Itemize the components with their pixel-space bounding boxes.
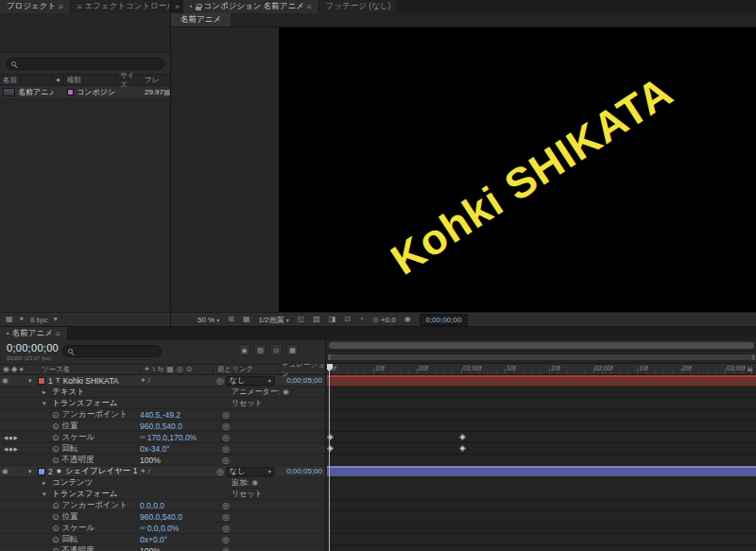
- tab-project[interactable]: プロジェクト ≡: [0, 0, 71, 13]
- current-time-field[interactable]: 0;00;00;00: [420, 314, 469, 326]
- pickwhip-icon[interactable]: ◎: [222, 535, 230, 544]
- pickwhip-icon[interactable]: ◎: [222, 433, 230, 442]
- property-value[interactable]: 960.0,540.0: [140, 422, 213, 431]
- eye-icon[interactable]: ◉: [2, 468, 9, 475]
- stopwatch-icon[interactable]: ⊙: [52, 512, 60, 522]
- pickwhip-icon[interactable]: ◎: [222, 524, 230, 533]
- shy-layers-icon[interactable]: ⊙: [270, 344, 283, 356]
- pickwhip-icon[interactable]: ◎: [222, 456, 230, 465]
- layer-name[interactable]: Kohki SHIKATA: [63, 376, 119, 386]
- pickwhip-icon[interactable]: ◎: [222, 546, 230, 551]
- reset-button[interactable]: リセット: [232, 398, 263, 408]
- camera-icon[interactable]: ◉: [404, 316, 411, 323]
- prev-keyframe-icon[interactable]: ◀: [4, 435, 8, 440]
- property-row[interactable]: ◀◆▶ ⊙回転 0x-34.0° ◎: [0, 443, 325, 455]
- time-navigator-bar[interactable]: [329, 342, 754, 349]
- layer-row[interactable]: ◉ ▾ 2 ★ シェイプレイヤー 1 ✦/ ◎ なし▾ 0;00;05;00: [0, 466, 325, 477]
- stopwatch-icon[interactable]: ⊙: [52, 422, 60, 431]
- keyframe-toggle-icon[interactable]: ◆: [9, 435, 12, 440]
- stopwatch-icon[interactable]: ⊙: [52, 524, 60, 533]
- exposure-control[interactable]: ⊙ +0.0: [372, 316, 396, 324]
- stopwatch-icon[interactable]: ⊙: [52, 535, 60, 544]
- stopwatch-icon[interactable]: ⊙: [52, 501, 60, 510]
- stopwatch-icon[interactable]: ⊙: [52, 410, 60, 420]
- twirl-icon[interactable]: ▾: [43, 491, 49, 498]
- composition-mini-flowchart-icon[interactable]: ◉: [238, 344, 250, 356]
- work-area-bar[interactable]: [328, 354, 755, 360]
- layer-duration-bar[interactable]: [327, 375, 756, 387]
- zoom-select[interactable]: 50 %▾: [198, 316, 219, 324]
- transparency-grid-icon[interactable]: ▧: [313, 316, 320, 323]
- tab-timeline-comp[interactable]: ▪ 名前アニメ ≡: [0, 327, 68, 340]
- tab-effect-controls[interactable]: ≡ エフェクトコントロール: [71, 0, 170, 13]
- flowchart-icon[interactable]: ▦: [6, 316, 13, 323]
- quality-icon[interactable]: /: [148, 468, 150, 475]
- layer-name[interactable]: シェイプレイヤー 1: [65, 466, 137, 477]
- property-row[interactable]: ⊙アンカーポイント 0.0,0.0 ◎: [0, 500, 325, 511]
- project-item-row[interactable]: 名前アニメ コンポジション 29.97 ▦: [0, 86, 170, 99]
- eye-icon[interactable]: ◉: [2, 377, 9, 385]
- layer-duration[interactable]: 0;00;05;00: [286, 467, 325, 475]
- stopwatch-icon[interactable]: ⊙: [52, 444, 60, 454]
- project-search-input[interactable]: [6, 58, 164, 70]
- safe-areas-icon[interactable]: ⊞: [228, 316, 234, 323]
- panel-menu-icon[interactable]: ≡: [59, 3, 63, 11]
- bit-depth-label[interactable]: 8 bpc: [30, 316, 47, 324]
- add-menu-icon[interactable]: ◉: [251, 479, 258, 487]
- twirl-icon[interactable]: ▸: [43, 479, 49, 487]
- link-icon[interactable]: ∞: [140, 434, 146, 441]
- property-row[interactable]: ⊙不透明度 100% ◎: [0, 455, 325, 466]
- prev-keyframe-icon[interactable]: ◀: [4, 446, 8, 452]
- property-value[interactable]: 0x+0.0°: [140, 535, 213, 544]
- time-ruler[interactable]: 0f 10f 20f 01:00f 10f 20f 02:00f 10f 20f…: [327, 364, 756, 375]
- duration-header[interactable]: デュレーション: [278, 365, 325, 374]
- parent-dropdown[interactable]: なし▾: [226, 467, 275, 476]
- current-time-indicator[interactable]: [329, 364, 330, 551]
- property-row[interactable]: ⊙位置 960.0,540.0 ◎: [0, 511, 325, 523]
- property-row[interactable]: ⊙スケール ∞0.0,0.0% ◎: [0, 523, 325, 534]
- canvas-text-layer[interactable]: Kohki SHIKATA: [382, 66, 681, 284]
- property-value[interactable]: 0.0,0.0: [140, 501, 213, 510]
- property-value[interactable]: 100%: [140, 456, 213, 465]
- next-keyframe-icon[interactable]: ▶: [13, 446, 17, 452]
- pixel-aspect-icon[interactable]: ◔: [359, 316, 364, 323]
- property-value[interactable]: ∞170.0,170.0%: [140, 433, 213, 442]
- pickwhip-icon[interactable]: ◎: [222, 512, 230, 522]
- tab-footage[interactable]: フッテージ (なし): [319, 0, 399, 13]
- time-navigator[interactable]: [327, 340, 756, 352]
- project-item-name[interactable]: 名前アニメ: [18, 87, 53, 97]
- quality-icon[interactable]: /: [148, 377, 150, 385]
- pickwhip-icon[interactable]: ◎: [216, 467, 224, 476]
- column-name[interactable]: 名前: [0, 75, 53, 85]
- layer-duration[interactable]: 0;00;05;00: [286, 376, 325, 385]
- stopwatch-icon[interactable]: ⊙: [52, 546, 60, 551]
- property-value[interactable]: 0x-34.0°: [140, 444, 213, 454]
- property-row[interactable]: ⊙不透明度 100% ◎: [0, 545, 325, 551]
- twirl-icon[interactable]: ▾: [43, 400, 49, 407]
- twirl-icon[interactable]: ▾: [28, 377, 35, 385]
- keyframe-diamond[interactable]: [459, 434, 466, 440]
- timeline-search-input[interactable]: [62, 345, 162, 357]
- next-keyframe-icon[interactable]: ▶: [13, 435, 17, 440]
- property-value[interactable]: ∞0.0,0.0%: [140, 524, 213, 533]
- group-row[interactable]: ▸コンテンツ 追加:◉: [0, 477, 325, 489]
- layer-row[interactable]: ◉ ▾ 1 T Kohki SHIKATA ✦/ ◎ なし▾ 0;00;05;0…: [0, 375, 325, 387]
- group-row[interactable]: ▸テキスト アニメーター:◉: [0, 387, 325, 398]
- comp-marker-button[interactable]: ⊞: [746, 365, 754, 373]
- source-name-header[interactable]: ソース名: [28, 365, 140, 374]
- camera-view-icon[interactable]: ◨: [329, 316, 336, 323]
- link-icon[interactable]: ∞: [140, 525, 146, 532]
- lock-icon[interactable]: [196, 7, 201, 10]
- pickwhip-icon[interactable]: ◎: [216, 376, 224, 386]
- work-area-strip[interactable]: [327, 352, 756, 364]
- twirl-icon[interactable]: ▸: [43, 388, 49, 396]
- pickwhip-icon[interactable]: ◎: [222, 422, 230, 431]
- reset-button[interactable]: リセット: [232, 489, 263, 499]
- column-type[interactable]: 種類: [64, 75, 117, 85]
- property-row[interactable]: ◀◆▶ ⊙スケール ∞170.0,170.0% ◎: [0, 432, 325, 443]
- interpret-footage-icon[interactable]: ✦: [19, 316, 26, 323]
- current-time-display[interactable]: 0;00;00;00: [7, 342, 59, 353]
- stopwatch-icon[interactable]: ⊙: [52, 456, 60, 465]
- comp-label-color-icon[interactable]: [67, 89, 74, 95]
- column-label-icon[interactable]: ●: [53, 75, 64, 85]
